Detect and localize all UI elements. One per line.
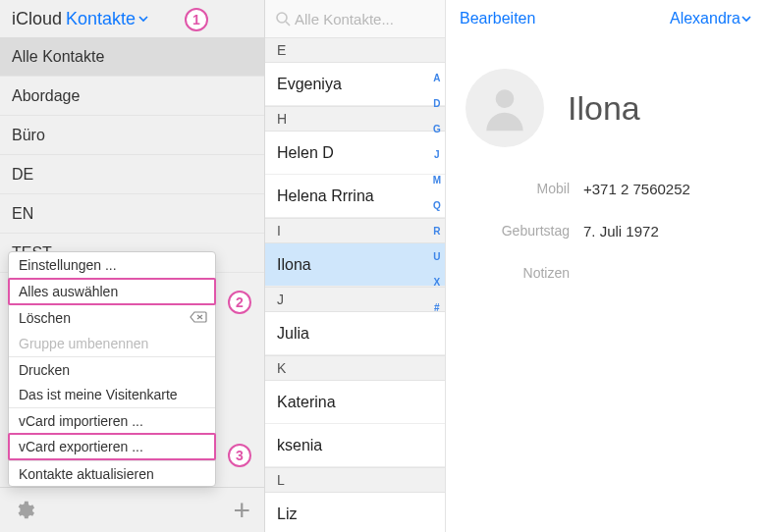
settings-gear-button[interactable] [14, 500, 35, 521]
contact-list-item[interactable]: Julia [265, 312, 445, 355]
alpha-index-letter[interactable]: R [433, 226, 440, 251]
person-icon [477, 80, 532, 135]
contact-avatar [465, 69, 544, 147]
menu-vcard-import[interactable]: vCard importieren ... [9, 407, 215, 433]
notes-label: Notizen [465, 265, 583, 281]
contact-list-item[interactable]: ksenia [265, 424, 445, 467]
account-dropdown-label: Alexandra [670, 10, 740, 27]
alpha-index-letter[interactable]: D [433, 98, 440, 124]
alpha-index-letter[interactable]: # [434, 302, 440, 328]
section-header: L [265, 467, 445, 493]
alpha-index-letter[interactable]: A [433, 73, 440, 98]
alpha-index-letter[interactable]: M [433, 175, 441, 200]
search-placeholder: Alle Kontakte... [295, 11, 394, 27]
search-input[interactable]: Alle Kontakte... [275, 11, 394, 27]
mobile-value: +371 2 7560252 [583, 181, 690, 197]
alpha-index-letter[interactable]: Q [433, 200, 441, 226]
sidebar-group-item[interactable]: Alle Kontakte [0, 37, 264, 77]
kontakte-dropdown[interactable]: Kontakte [66, 9, 149, 29]
svg-point-2 [496, 89, 515, 108]
menu-my-card[interactable]: Das ist meine Visitenkarte [9, 382, 215, 407]
edit-button[interactable]: Bearbeiten [460, 10, 535, 27]
menu-delete-label: Löschen [19, 310, 71, 326]
section-header: E [265, 37, 445, 63]
section-header: K [265, 355, 445, 381]
contact-list-item[interactable]: Evgeniya [265, 63, 445, 106]
sidebar-group-item[interactable]: EN [0, 194, 264, 234]
contact-list-item[interactable]: Helen D [265, 132, 445, 175]
alpha-index-letter[interactable]: X [433, 277, 440, 302]
menu-delete[interactable]: Löschen [9, 305, 215, 331]
chevron-down-icon [740, 13, 752, 25]
section-header: H [265, 106, 445, 132]
menu-print[interactable]: Drucken [9, 356, 215, 382]
gear-icon [14, 500, 35, 521]
contact-name: Ilona [568, 89, 640, 128]
alpha-index-letter[interactable]: J [434, 149, 440, 175]
annotation-badge-3: 3 [228, 444, 251, 467]
birthday-label: Geburtstag [465, 223, 583, 239]
contact-list-item[interactable]: Ilona [265, 243, 445, 287]
alpha-index-letter[interactable]: U [433, 251, 440, 277]
menu-settings[interactable]: Einstellungen ... [9, 252, 215, 278]
contact-list-item[interactable]: Helena Rrrina [265, 175, 445, 218]
sidebar-group-item[interactable]: Abordage [0, 77, 264, 116]
menu-select-all[interactable]: Alles auswählen [8, 278, 216, 305]
chevron-down-icon [137, 13, 149, 25]
sidebar-group-item[interactable]: Büro [0, 116, 264, 155]
menu-vcard-export[interactable]: vCard exportieren ... [8, 433, 216, 460]
svg-point-0 [277, 13, 287, 23]
alpha-index-letter[interactable]: G [433, 124, 441, 149]
app-brand: iCloud [12, 9, 62, 29]
menu-rename-group: Gruppe umbenennen [9, 331, 215, 356]
section-header: I [265, 218, 445, 243]
account-dropdown[interactable]: Alexandra [670, 10, 752, 27]
section-header: J [265, 287, 445, 312]
annotation-badge-2: 2 [228, 291, 251, 314]
erase-icon [190, 310, 207, 326]
settings-context-menu: Einstellungen ... Alles auswählen Lösche… [8, 251, 216, 487]
contact-list-item[interactable]: Katerina [265, 381, 445, 424]
search-icon [275, 11, 291, 27]
mobile-label: Mobil [465, 181, 583, 197]
birthday-value: 7. Juli 1972 [583, 223, 659, 239]
svg-line-1 [286, 22, 290, 26]
annotation-badge-1: 1 [185, 8, 208, 31]
kontakte-dropdown-label: Kontakte [66, 9, 136, 29]
sidebar-group-item[interactable]: DE [0, 155, 264, 194]
menu-refresh-contacts[interactable]: Kontakte aktualisieren [9, 460, 215, 486]
contact-list-item[interactable]: Liz [265, 493, 445, 532]
add-contact-button[interactable]: + [233, 496, 250, 525]
